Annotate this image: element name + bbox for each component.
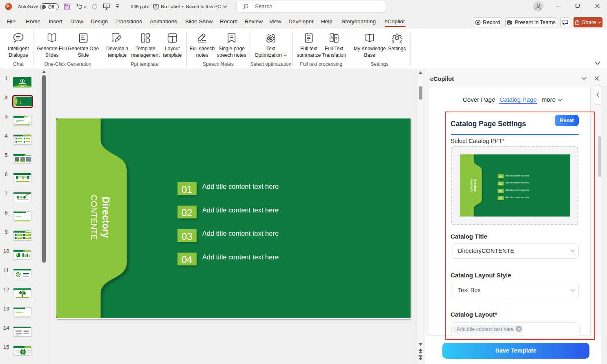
svg-text:Φ: Φ [335, 36, 337, 40]
svg-text:?: ? [155, 4, 157, 9]
svg-text:P: P [7, 4, 9, 9]
svg-text:A: A [330, 36, 333, 40]
